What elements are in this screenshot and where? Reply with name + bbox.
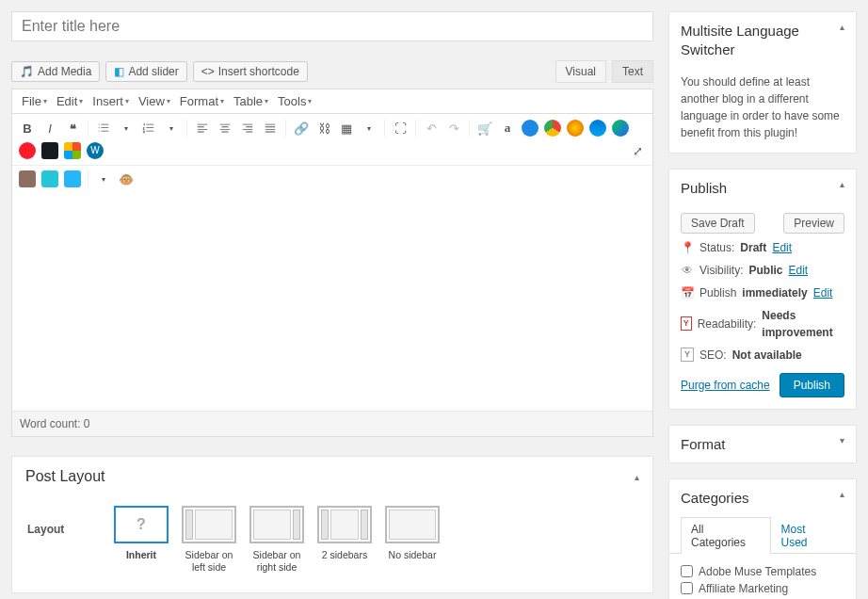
playstore-icon[interactable] xyxy=(611,119,630,138)
edit-visibility-link[interactable]: Edit xyxy=(788,262,808,279)
menu-insert[interactable]: Insert▾ xyxy=(88,92,133,110)
layout-sidebar-left[interactable]: Sidebar on left side xyxy=(180,506,238,574)
chrome-icon[interactable] xyxy=(543,119,562,138)
preview-button[interactable]: Preview xyxy=(783,213,844,234)
panel-toggle-icon[interactable]: ▾ xyxy=(840,435,844,445)
menu-view[interactable]: View▾ xyxy=(135,92,174,110)
fullscreen-button[interactable]: ⛶ xyxy=(391,119,410,138)
save-draft-button[interactable]: Save Draft xyxy=(681,213,755,234)
publish-button[interactable]: Publish xyxy=(780,373,844,397)
categories-heading: Categories xyxy=(681,489,840,508)
align-center-button[interactable] xyxy=(216,119,234,138)
badge-icon-3[interactable] xyxy=(63,170,82,188)
post-title-input[interactable] xyxy=(11,11,653,41)
distraction-free-button[interactable]: ⤢ xyxy=(628,141,647,160)
status-line-status: 📍 Status: Draft Edit xyxy=(681,239,844,256)
undo-button[interactable]: ↶ xyxy=(422,119,441,138)
table-button[interactable]: ▦ xyxy=(337,119,356,138)
status-line-visibility: 👁 Visibility: Public Edit xyxy=(681,262,844,279)
layout-sidebar-right[interactable]: Sidebar on right side xyxy=(248,506,306,574)
number-list-dropdown[interactable]: ▾ xyxy=(162,119,181,138)
editor-tab-text[interactable]: Text xyxy=(612,60,653,83)
appstore-icon[interactable] xyxy=(521,119,539,138)
opera-icon[interactable] xyxy=(18,141,37,160)
align-left-button[interactable] xyxy=(193,119,212,138)
tab-most-used[interactable]: Most Used xyxy=(771,517,844,554)
wordpress-icon[interactable]: W xyxy=(86,141,104,160)
align-right-button[interactable] xyxy=(238,119,257,138)
panel-toggle-icon[interactable]: ▴ xyxy=(635,472,639,482)
menu-format[interactable]: Format▾ xyxy=(176,92,228,110)
chevron-down-icon: ▾ xyxy=(79,97,83,105)
redo-button[interactable]: ↷ xyxy=(444,119,463,138)
badge-icon-1[interactable] xyxy=(18,170,37,188)
menu-file[interactable]: File▾ xyxy=(18,92,51,110)
word-count-label: Word count: 0 xyxy=(20,417,89,430)
mailchimp-icon[interactable]: 🐵 xyxy=(117,170,136,188)
panel-toggle-icon[interactable]: ▴ xyxy=(840,489,844,499)
separator xyxy=(415,120,416,137)
menu-table[interactable]: Table▾ xyxy=(230,92,272,110)
editor-content-area[interactable] xyxy=(12,194,652,411)
format-panel: Format ▾ xyxy=(668,425,857,464)
dropdown-button[interactable]: ▾ xyxy=(94,170,113,188)
menu-edit[interactable]: Edit▾ xyxy=(53,92,87,110)
link-button[interactable]: 🔗 xyxy=(292,119,311,138)
separator xyxy=(285,120,286,137)
layout-no-sidebar[interactable]: No sidebar xyxy=(383,506,442,574)
status-line-seo: Y SEO: Not available xyxy=(681,347,844,364)
category-checkbox[interactable] xyxy=(681,565,693,577)
tab-all-categories[interactable]: All Categories xyxy=(681,517,771,554)
edit-schedule-link[interactable]: Edit xyxy=(813,284,833,301)
add-slider-button[interactable]: ◧ Add slider xyxy=(105,61,186,82)
unlink-button[interactable]: ⛓ xyxy=(314,119,333,138)
category-item[interactable]: Adobe Muse Templates xyxy=(681,565,844,578)
table-dropdown[interactable]: ▾ xyxy=(360,119,378,138)
slider-icon: ◧ xyxy=(114,65,124,78)
panel-toggle-icon[interactable]: ▴ xyxy=(840,22,844,32)
language-heading: Multisite Language Switcher xyxy=(681,22,840,58)
separator xyxy=(88,120,88,137)
layout-label: Layout xyxy=(27,506,93,536)
calendar-icon: 📅 xyxy=(681,284,694,301)
menu-tools[interactable]: Tools▾ xyxy=(274,92,315,110)
cart-icon[interactable]: 🛒 xyxy=(475,119,494,138)
categories-panel: Categories ▴ All Categories Most Used Ad… xyxy=(668,478,857,599)
publish-panel: Publish ▴ Save Draft Preview 📍 Status: D… xyxy=(668,169,857,410)
panel-toggle-icon[interactable]: ▴ xyxy=(840,179,844,189)
layout-two-sidebars[interactable]: 2 sidebars xyxy=(315,506,374,574)
post-layout-heading: Post Layout xyxy=(25,468,635,485)
chevron-down-icon: ▾ xyxy=(265,97,268,105)
amazon-icon[interactable]: a xyxy=(498,119,517,138)
italic-button[interactable]: I xyxy=(40,119,59,138)
add-media-button[interactable]: 🎵 Add Media xyxy=(11,61,100,82)
microsoft-icon[interactable] xyxy=(63,141,82,160)
insert-shortcode-button[interactable]: <> Insert shortcode xyxy=(193,61,308,82)
firefox-icon[interactable] xyxy=(566,119,585,138)
bold-button[interactable]: B xyxy=(18,119,37,138)
editor-tab-visual[interactable]: Visual xyxy=(555,60,606,83)
bullet-list-dropdown[interactable]: ▾ xyxy=(117,119,136,138)
editor-status-bar: Word count: 0 xyxy=(12,411,652,436)
purge-cache-link[interactable]: Purge from cache xyxy=(681,377,770,394)
chevron-down-icon: ▾ xyxy=(125,97,129,105)
insert-shortcode-label: Insert shortcode xyxy=(218,65,299,78)
category-checkbox[interactable] xyxy=(681,582,693,594)
blockquote-button[interactable]: ❝ xyxy=(63,119,82,138)
shortcode-icon: <> xyxy=(201,65,215,78)
separator xyxy=(384,120,385,137)
language-switcher-panel: Multisite Language Switcher ▴ You should… xyxy=(668,11,857,154)
align-justify-button[interactable] xyxy=(261,119,280,138)
post-layout-panel: Post Layout ▴ Layout ? Inherit Sidebar o… xyxy=(11,456,653,593)
editor-menu-bar: File▾ Edit▾ Insert▾ View▾ Format▾ Table▾… xyxy=(12,89,652,114)
edit-status-link[interactable]: Edit xyxy=(772,239,792,256)
layout-inherit[interactable]: ? Inherit xyxy=(112,506,170,574)
category-list[interactable]: Adobe Muse Templates Affiliate Marketing… xyxy=(669,561,856,600)
number-list-button[interactable] xyxy=(139,119,158,138)
editor-toolbar-row2: ▾ 🐵 xyxy=(12,166,652,194)
bullet-list-button[interactable] xyxy=(94,119,113,138)
edge-icon[interactable] xyxy=(588,119,607,138)
badge-icon-2[interactable] xyxy=(40,170,59,188)
category-item[interactable]: Affiliate Marketing xyxy=(681,582,844,595)
steam-icon[interactable] xyxy=(40,141,59,160)
